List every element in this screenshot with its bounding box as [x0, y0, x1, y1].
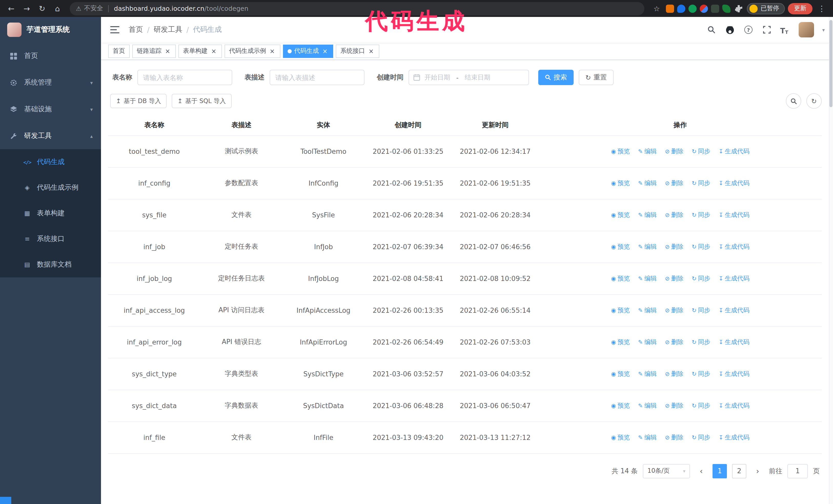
page-button-1[interactable]: 1 — [713, 464, 727, 478]
page-size-select[interactable]: 10条/页 ▾ — [643, 464, 690, 478]
sync-link[interactable]: ↻同步 — [692, 401, 710, 410]
kebab-menu-icon[interactable]: ⋮ — [815, 2, 828, 15]
delete-link[interactable]: ⊘删除 — [665, 147, 683, 155]
prev-page-button[interactable]: ‹ — [695, 464, 708, 478]
generate-code-link[interactable]: ↧生成代码 — [719, 179, 749, 187]
delete-link[interactable]: ⊘删除 — [665, 306, 683, 315]
delete-link[interactable]: ⊘删除 — [665, 369, 683, 378]
generate-code-link[interactable]: ↧生成代码 — [719, 306, 749, 315]
extensions-puzzle-icon[interactable] — [734, 2, 744, 15]
preview-link[interactable]: ◉预览 — [611, 211, 630, 219]
sync-link[interactable]: ↻同步 — [692, 306, 710, 315]
breadcrumb-home[interactable]: 首页 — [129, 25, 143, 34]
preview-link[interactable]: ◉预览 — [611, 338, 630, 346]
start-date-placeholder[interactable]: 开始日期 — [425, 73, 450, 82]
home-button[interactable]: ⌂ — [51, 2, 64, 15]
sidebar-item-codegen-example[interactable]: ◈ 代码生成示例 — [0, 175, 101, 200]
sync-link[interactable]: ↻同步 — [692, 274, 710, 283]
reload-button[interactable]: ↻ — [36, 2, 48, 15]
close-icon[interactable]: × — [164, 47, 171, 55]
sidebar-item-home[interactable]: 首页 — [0, 43, 101, 69]
preview-link[interactable]: ◉预览 — [611, 274, 630, 283]
sidebar-item-system-api[interactable]: ≡ 系统接口 — [0, 226, 101, 252]
extension-icon[interactable] — [666, 4, 674, 13]
preview-link[interactable]: ◉预览 — [611, 147, 630, 155]
edit-link[interactable]: ✎编辑 — [638, 369, 657, 378]
reset-button[interactable]: ↻ 重置 — [579, 70, 614, 85]
help-icon[interactable]: ? — [743, 25, 754, 35]
forward-button[interactable]: → — [21, 2, 33, 15]
close-icon[interactable]: × — [269, 47, 276, 55]
profile-paused-badge[interactable]: 已暂停 — [747, 3, 785, 14]
tab-system-api[interactable]: 系统接口 × — [336, 44, 379, 58]
sync-link[interactable]: ↻同步 — [692, 369, 710, 378]
import-sql-button[interactable]: ↥ 基于 SQL 导入 — [172, 94, 232, 108]
security-label[interactable]: 不安全 — [84, 4, 103, 13]
edit-link[interactable]: ✎编辑 — [638, 179, 657, 187]
sync-link[interactable]: ↻同步 — [692, 211, 710, 219]
close-icon[interactable]: × — [322, 47, 329, 55]
delete-link[interactable]: ⊘删除 — [665, 274, 683, 283]
sidebar-item-form-builder[interactable]: ▦ 表单构建 — [0, 200, 101, 226]
goto-page-input[interactable] — [787, 464, 808, 478]
sidebar-item-dev-tools[interactable]: 研发工具 ▴ — [0, 123, 101, 149]
tab-home[interactable]: 首页 — [108, 44, 130, 58]
sidebar-item-infra[interactable]: 基础设施 ▾ — [0, 96, 101, 123]
refresh-button[interactable]: ↻ — [806, 93, 822, 109]
sync-link[interactable]: ↻同步 — [692, 338, 710, 346]
user-avatar[interactable] — [799, 22, 814, 38]
delete-link[interactable]: ⊘删除 — [665, 433, 683, 442]
generate-code-link[interactable]: ↧生成代码 — [719, 211, 749, 219]
scrollbar-thumb[interactable] — [829, 20, 832, 107]
extension-icon[interactable] — [700, 4, 708, 13]
sync-link[interactable]: ↻同步 — [692, 242, 710, 251]
generate-code-link[interactable]: ↧生成代码 — [719, 433, 749, 442]
table-name-input[interactable] — [137, 70, 232, 85]
extension-icon[interactable] — [711, 4, 719, 13]
table-desc-input[interactable] — [270, 70, 364, 85]
page-scrollbar[interactable] — [829, 17, 833, 504]
close-icon[interactable]: × — [210, 47, 217, 55]
breadcrumb-dev-tools[interactable]: 研发工具 — [153, 25, 182, 34]
delete-link[interactable]: ⊘删除 — [665, 401, 683, 410]
generate-code-link[interactable]: ↧生成代码 — [719, 338, 749, 346]
sidebar-collapse-icon[interactable] — [109, 26, 120, 34]
extension-icon[interactable] — [688, 4, 697, 13]
sidebar-item-db-doc[interactable]: ▤ 数据库文档 — [0, 252, 101, 278]
bookmark-star-icon[interactable]: ☆ — [650, 2, 663, 15]
back-button[interactable]: ← — [5, 2, 18, 15]
edit-link[interactable]: ✎编辑 — [638, 433, 657, 442]
edit-link[interactable]: ✎编辑 — [638, 306, 657, 315]
generate-code-link[interactable]: ↧生成代码 — [719, 242, 749, 251]
edit-link[interactable]: ✎编辑 — [638, 401, 657, 410]
preview-link[interactable]: ◉预览 — [611, 401, 630, 410]
tab-form-builder[interactable]: 表单构建 × — [178, 44, 222, 58]
next-page-button[interactable]: › — [752, 464, 764, 478]
preview-link[interactable]: ◉预览 — [611, 433, 630, 442]
edit-link[interactable]: ✎编辑 — [638, 242, 657, 251]
sync-link[interactable]: ↻同步 — [692, 147, 710, 155]
preview-link[interactable]: ◉预览 — [611, 242, 630, 251]
close-icon[interactable]: × — [367, 47, 375, 55]
sync-link[interactable]: ↻同步 — [692, 179, 710, 187]
font-size-icon[interactable]: TT — [780, 25, 790, 35]
tab-codegen[interactable]: 代码生成 × — [283, 44, 333, 58]
delete-link[interactable]: ⊘删除 — [665, 211, 683, 219]
edit-link[interactable]: ✎编辑 — [638, 211, 657, 219]
end-date-placeholder[interactable]: 结束日期 — [465, 73, 490, 82]
github-icon[interactable] — [725, 25, 735, 35]
date-range-picker[interactable]: 开始日期 - 结束日期 — [408, 70, 529, 85]
preview-link[interactable]: ◉预览 — [611, 306, 630, 315]
search-button[interactable]: 搜索 — [538, 70, 574, 85]
edit-link[interactable]: ✎编辑 — [638, 338, 657, 346]
delete-link[interactable]: ⊘删除 — [665, 179, 683, 187]
import-db-button[interactable]: ↥ 基于 DB 导入 — [110, 94, 167, 108]
page-button-2[interactable]: 2 — [732, 464, 746, 478]
extension-icon[interactable] — [722, 4, 731, 13]
app-logo[interactable]: 芋道管理系统 — [0, 17, 101, 43]
sidebar-item-codegen[interactable]: </> 代码生成 — [0, 149, 101, 175]
tab-codegen-example[interactable]: 代码生成示例 × — [224, 44, 280, 58]
avatar-caret-icon[interactable]: ▾ — [822, 27, 825, 32]
edit-link[interactable]: ✎编辑 — [638, 274, 657, 283]
tab-tracing[interactable]: 链路追踪 × — [132, 44, 176, 58]
